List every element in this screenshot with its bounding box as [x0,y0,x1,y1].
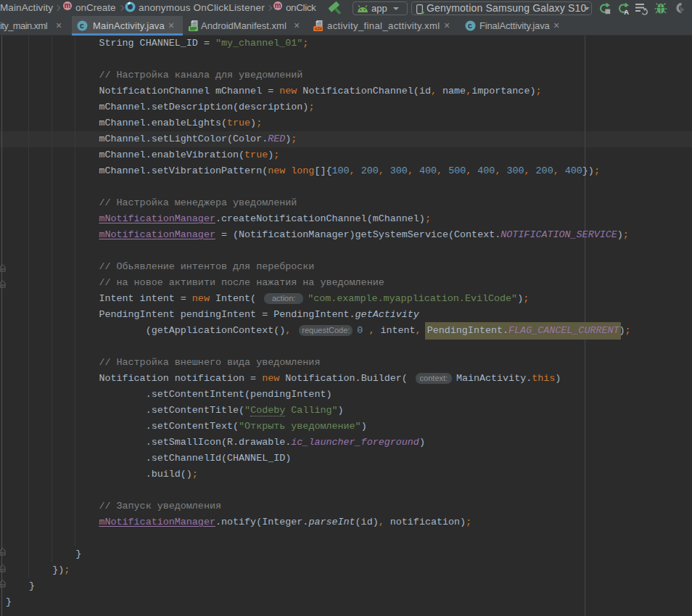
svg-text:C: C [80,22,84,30]
svg-text:</>: </> [315,26,322,31]
svg-text:MF: MF [190,26,197,31]
svg-text:C: C [468,22,472,30]
svg-text:A: A [624,8,629,15]
